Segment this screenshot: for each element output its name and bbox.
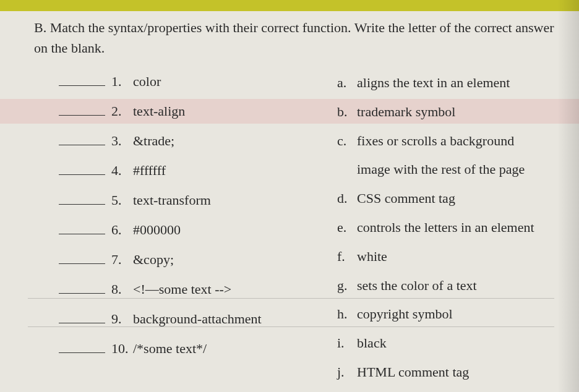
question-number: 2. [111,103,133,119]
answer-letter: h. [337,305,357,324]
question-number: 6. [111,222,133,238]
question-number: 7. [111,252,133,268]
instruction-text: B. Match the syntax/properties with thei… [34,17,554,58]
question-row: 5. text-transform [59,192,319,208]
answer-letter: d. [337,189,357,208]
question-text: text-transform [133,192,319,208]
instruction-body: Match the syntax/properties with their c… [34,20,554,56]
section-prefix: B. [34,20,46,35]
answer-blank[interactable] [59,223,105,234]
answer-option-continuation: image with the rest of the page [337,160,554,179]
question-row: 9. background-attachment [59,311,319,327]
page-curl-shadow [557,0,579,392]
question-text: background-attachment [133,311,319,327]
answer-option: c. fixes or scrolls a background [337,132,554,151]
question-row: 2. text-align [59,103,319,119]
question-text: /*some text*/ [133,341,319,357]
question-row: 7. &copy; [59,252,319,268]
answer-option: f. white [337,247,554,266]
answer-letter: b. [337,103,357,122]
questions-column: 1. color 2. text-align 3. &trade; 4. #ff… [59,74,319,392]
top-accent-bar [0,0,579,11]
question-number: 8. [111,281,133,297]
answer-option: a. aligns the text in an element [337,74,554,93]
answer-text: sets the color of a text [357,276,554,296]
answer-option: h. copyright symbol [337,305,554,324]
answer-option: e. controls the letters in an element [337,218,554,237]
question-row: 8. <!—some text --> [59,281,319,297]
answer-letter: e. [337,218,357,237]
answer-option: g. sets the color of a text [337,276,554,296]
question-row: 6. #000000 [59,222,319,238]
answer-option: j. HTML comment tag [337,363,554,382]
answer-blank[interactable] [59,194,105,205]
answer-text: aligns the text in an element [357,74,554,93]
answer-option: d. CSS comment tag [337,189,554,208]
question-row: 10. /*some text*/ [59,341,319,357]
question-number: 10. [111,341,133,357]
answer-blank[interactable] [59,75,105,86]
question-text: #ffffff [133,163,319,179]
answer-letter: a. [337,74,357,93]
answer-letter: f. [337,247,357,266]
question-number: 4. [111,163,133,179]
question-text: #000000 [133,222,319,238]
answers-column: a. aligns the text in an element b. trad… [337,74,554,392]
answer-blank[interactable] [59,253,105,264]
answer-blank[interactable] [59,164,105,175]
question-number: 9. [111,311,133,327]
question-row: 4. #ffffff [59,163,319,179]
answer-blank[interactable] [59,342,105,353]
answer-text: white [357,247,554,266]
answer-text: trademark symbol [357,103,554,122]
question-number: 1. [111,74,133,90]
question-row: 3. &trade; [59,133,319,149]
answer-text: black [357,334,554,353]
question-row: 1. color [59,74,319,90]
question-text: color [133,74,319,90]
question-number: 3. [111,133,133,149]
answer-blank[interactable] [59,312,105,323]
answer-option: b. trademark symbol [337,103,554,122]
answer-letter: i. [337,334,357,353]
answer-letter: g. [337,276,357,296]
answer-text: HTML comment tag [357,363,554,382]
answer-text: CSS comment tag [357,189,554,208]
answer-blank[interactable] [59,283,105,294]
answer-blank[interactable] [59,104,105,116]
question-number: 5. [111,192,133,208]
answer-text: copyright symbol [357,305,554,324]
answer-text: fixes or scrolls a background [357,132,554,151]
question-text: <!—some text --> [133,281,319,297]
answer-letter: c. [337,132,357,151]
answer-text: image with the rest of the page [357,160,554,179]
question-text: &copy; [133,252,319,268]
question-text: text-align [133,103,319,119]
answer-text: controls the letters in an element [357,218,554,237]
answer-blank[interactable] [59,134,105,145]
answer-option: i. black [337,334,554,353]
question-text: &trade; [133,133,319,149]
answer-letter: j. [337,363,357,382]
